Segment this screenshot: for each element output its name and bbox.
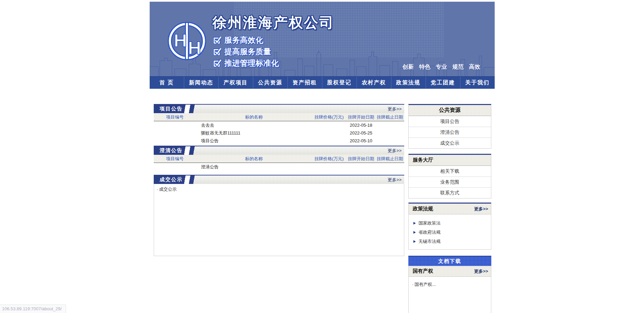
nav-item-party-building[interactable]: 党工团建 [426,77,460,89]
subject-name-cell[interactable]: 去去去 [196,122,312,128]
page-container: H H 徐州淮海产权公司 服务高效化 [150,2,495,313]
column-header: 标的名称 [196,114,312,120]
table-row: 去去去 2022-05-18 [154,121,405,129]
arrow-icon [413,240,416,243]
subject-name-cell[interactable]: 项目公告 [196,138,312,144]
content-area: 项目公告 更多>> 项目编号 标的名称 挂牌价格(万元) 挂牌开始日期 挂牌截止… [150,104,495,313]
doc-download-banner[interactable]: 文档下载 [408,256,491,266]
arrow-icon [413,231,416,234]
slogan-text: 提高服务质量 [224,46,271,57]
logo-letter-right: H [188,38,201,58]
service-hall-box: 服务大厅 相关下载 业务范围 联系方式 [408,154,491,199]
nav-item-equity-registration[interactable]: 股权登记 [322,77,357,89]
table-header-row: 项目编号 标的名称 挂牌价格(万元) 挂牌开始日期 挂牌截止日期 [154,113,405,121]
value-word: 特色 [419,63,431,71]
public-resources-title: 公共资源 [409,105,491,116]
value-word: 高效 [469,63,480,71]
checkbox-icon [213,47,221,56]
status-link-preview: 106.53.89.119:7007/about_29/ [0,305,66,313]
panel-title: 澄清公告 [154,146,200,155]
nav-item-policies[interactable]: 政策法规 [391,77,426,89]
nav-item-home[interactable]: 首 页 [150,77,184,89]
subject-name-cell[interactable]: 驱蚊器无无群111111 [196,130,312,136]
policy-item-national[interactable]: 国家政策法 [413,218,491,228]
table-row: 驱蚊器无无群111111 2022-05-25 [154,129,405,137]
more-link[interactable]: 更多>> [474,204,488,214]
sidebar-item-downloads[interactable]: 相关下载 [409,166,491,176]
policies-box: 政策法规 更多>> 国家政策法 省政府法规 无锡市法规 [408,203,491,250]
slogan-list: 服务高效化 提高服务质量 推进管理标准化 [213,34,279,69]
column-header: 项目编号 [154,114,196,120]
project-notice-titlebar: 项目公告 更多>> [154,104,405,113]
deal-publicity-content: ·成交公示 [154,184,405,256]
column-header: 标的名称 [196,156,312,162]
slogan-text: 服务高效化 [224,35,263,45]
main-column: 项目公告 更多>> 项目编号 标的名称 挂牌价格(万元) 挂牌开始日期 挂牌截止… [154,104,405,256]
value-word: 专业 [436,63,447,71]
deal-publicity-panel: 成交公示 更多>> ·成交公示 [154,175,405,256]
checkbox-icon [213,36,221,44]
policy-item-municipal[interactable]: 无锡市法规 [413,237,491,246]
state-property-content: ·国有产权... [409,277,491,313]
panel-title: 成交公示 [154,175,200,184]
nav-item-asset-leasing[interactable]: 资产招租 [288,77,322,89]
value-word: 创新 [403,63,414,71]
value-word: 规范 [452,63,464,71]
arrow-icon [413,222,416,225]
column-header: 项目编号 [154,156,196,162]
list-item[interactable]: ·成交公示 [157,186,402,192]
bullet-icon: · [157,187,158,192]
table-header-row: 项目编号 标的名称 挂牌价格(万元) 挂牌开始日期 挂牌截止日期 [154,155,405,163]
column-header: 挂牌开始日期 [347,114,375,120]
more-link[interactable]: 更多>> [388,105,402,113]
nav-item-public-resources[interactable]: 公共资源 [253,77,288,89]
deal-publicity-titlebar: 成交公示 更多>> [154,175,405,184]
sidebar-item-contact[interactable]: 联系方式 [409,187,491,198]
clarification-notice-titlebar: 澄清公告 更多>> [154,146,405,155]
column-header: 挂牌价格(万元) [312,156,347,162]
nav-item-rural-property[interactable]: 农村产权 [357,77,391,89]
nav-item-news[interactable]: 新闻动态 [184,77,219,89]
policies-title: 政策法规 更多>> [409,204,491,214]
more-link[interactable]: 更多>> [474,266,488,276]
start-date-cell: 2022-05-25 [347,130,375,135]
more-link[interactable]: 更多>> [388,175,402,184]
public-resources-box: 公共资源 项目公告 澄清公告 成交公示 [408,104,491,149]
project-notice-panel: 项目公告 更多>> 项目编号 标的名称 挂牌价格(万元) 挂牌开始日期 挂牌截止… [154,104,405,145]
company-name: 徐州淮海产权公司 [213,13,335,32]
sidebar-item-project-notice[interactable]: 项目公告 [409,116,491,127]
slogan-text: 推进管理标准化 [224,58,279,68]
header-banner: H H 徐州淮海产权公司 服务高效化 [150,2,495,76]
column-header: 挂牌开始日期 [347,156,375,162]
column-header: 挂牌截止日期 [375,114,404,120]
clarification-notice-panel: 澄清公告 更多>> 项目编号 标的名称 挂牌价格(万元) 挂牌开始日期 挂牌截止… [154,146,405,171]
table-row: 澄清公告 [154,163,405,171]
policies-list: 国家政策法 省政府法规 无锡市法规 [409,214,491,249]
sidebar-item-deal-publicity[interactable]: 成交公示 [409,138,491,148]
sidebar: 公共资源 项目公告 澄清公告 成交公示 服务大厅 相关下载 业务范围 联系方式 … [408,104,491,313]
sidebar-item-clarification-notice[interactable]: 澄清公告 [409,127,491,138]
table-row: 项目公告 2022-05-10 [154,137,405,145]
sidebar-item-business-scope[interactable]: 业务范围 [409,176,491,187]
brand-values: 创新 特色 专业 规范 高效 [403,63,480,71]
bullet-icon: · [412,282,413,287]
column-header: 挂牌截止日期 [375,156,404,162]
checkbox-icon [213,59,221,67]
more-link[interactable]: 更多>> [388,146,402,155]
logo-letter-left: H [174,30,187,50]
slogan-line: 推进管理标准化 [213,57,279,69]
list-item[interactable]: ·国有产权... [412,281,488,288]
subject-name-cell[interactable]: 澄清公告 [196,164,312,170]
nav-item-property-projects[interactable]: 产权项目 [219,77,253,89]
state-property-title: 国有产权 更多>> [409,266,491,277]
slogan-line: 服务高效化 [213,34,279,46]
policy-item-provincial[interactable]: 省政府法规 [413,228,491,237]
slogan-line: 提高服务质量 [213,46,279,57]
company-logo: H H [167,21,207,62]
state-property-box: 国有产权 更多>> ·国有产权... [408,266,491,313]
main-nav: 首 页 新闻动态 产权项目 公共资源 资产招租 股权登记 农村产权 政策法规 党… [150,76,495,89]
start-date-cell: 2022-05-10 [347,138,375,143]
column-header: 挂牌价格(万元) [312,114,347,120]
start-date-cell: 2022-05-18 [347,123,375,128]
nav-item-about-us[interactable]: 关于我们 [460,77,495,89]
